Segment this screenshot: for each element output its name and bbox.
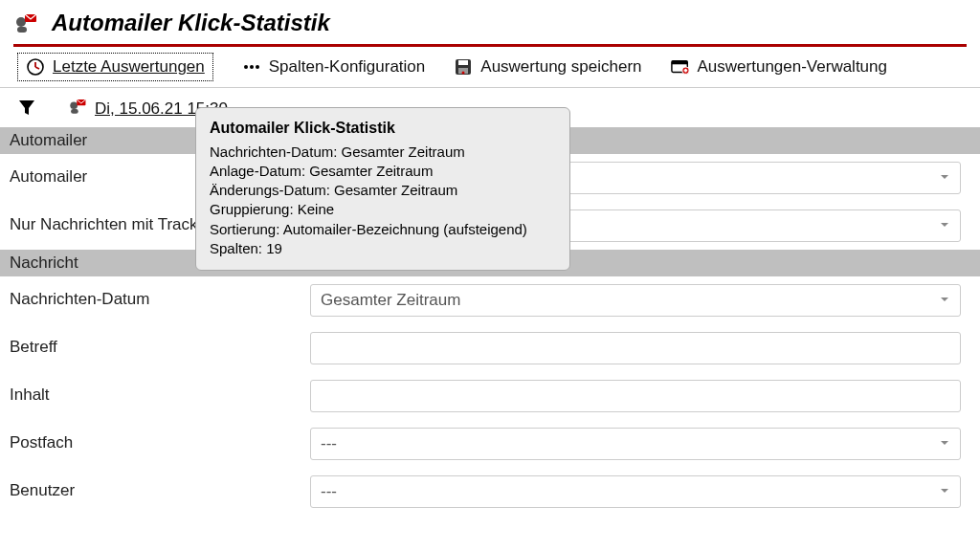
- row-user: Benutzer ---: [0, 468, 980, 516]
- mailbox-select[interactable]: ---: [310, 428, 961, 460]
- svg-point-18: [70, 101, 78, 109]
- save-report-button[interactable]: Auswertung speichern: [454, 57, 641, 77]
- row-subject: Betreff: [0, 324, 980, 372]
- content-input[interactable]: [321, 381, 950, 411]
- svg-rect-1: [17, 27, 27, 33]
- tooltip-line: Gruppierung: Keine: [210, 200, 556, 219]
- filter-row: Di, 15.06.21 15:30 Automailer Klick-Stat…: [0, 88, 980, 127]
- svg-point-0: [16, 17, 26, 27]
- page-title: Automailer Klick-Statistik: [52, 10, 330, 36]
- page-header: Automailer Klick-Statistik: [0, 0, 980, 44]
- user-label: Benutzer: [10, 475, 301, 500]
- date-label: Nachrichten-Datum: [10, 284, 301, 309]
- user-select[interactable]: ---: [310, 475, 961, 508]
- automailer-icon: [13, 11, 38, 35]
- subject-input-wrapper: [310, 332, 961, 364]
- tooltip-line: Sortierung: Automailer-Bezeichnung (aufs…: [210, 220, 556, 239]
- dots-icon: [242, 57, 261, 77]
- clock-icon: [26, 57, 45, 77]
- row-content: Inhalt: [0, 372, 980, 420]
- svg-point-8: [256, 65, 259, 69]
- reports-admin-label: Auswertungen-Verwaltung: [698, 57, 887, 77]
- row-mailbox: Postfach ---: [0, 420, 980, 468]
- user-select-value: ---: [321, 482, 337, 501]
- save-report-label: Auswertung speichern: [480, 57, 641, 77]
- chevron-down-icon: [939, 291, 950, 310]
- chevron-down-icon: [939, 482, 950, 501]
- last-reports-label: Letzte Auswertungen: [53, 57, 205, 77]
- date-select[interactable]: Gesamter Zeitraum: [310, 284, 961, 317]
- svg-rect-19: [71, 109, 78, 114]
- svg-point-6: [244, 65, 248, 69]
- svg-rect-14: [671, 61, 686, 65]
- columns-config-button[interactable]: Spalten-Konfiguration: [242, 57, 426, 77]
- subject-label: Betreff: [10, 332, 301, 357]
- svg-rect-17: [683, 70, 687, 72]
- history-tooltip: Automailer Klick-Statistik Nachrichten-D…: [195, 107, 570, 271]
- svg-point-12: [462, 72, 465, 75]
- last-reports-button[interactable]: Letzte Auswertungen: [17, 53, 213, 81]
- tooltip-line: Anlage-Datum: Gesamter Zeitraum: [210, 162, 556, 181]
- save-icon: [454, 57, 473, 77]
- tooltip-title: Automailer Klick-Statistik: [210, 118, 556, 139]
- tooltip-line: Spalten: 19: [210, 239, 556, 258]
- date-select-value: Gesamter Zeitraum: [321, 291, 460, 310]
- columns-config-label: Spalten-Konfiguration: [269, 57, 426, 77]
- toolbar: Letzte Auswertungen Spalten-Konfiguratio…: [0, 47, 980, 88]
- svg-point-7: [250, 65, 254, 69]
- tooltip-line: Nachrichten-Datum: Gesamter Zeitraum: [210, 143, 556, 162]
- row-date: Nachrichten-Datum Gesamter Zeitraum: [0, 276, 980, 324]
- content-label: Inhalt: [10, 380, 301, 405]
- content-input-wrapper: [310, 380, 961, 412]
- subject-input[interactable]: [321, 333, 950, 364]
- admin-icon: [671, 57, 690, 77]
- automailer-icon: [68, 97, 87, 121]
- svg-rect-10: [458, 60, 468, 65]
- reports-admin-button[interactable]: Auswertungen-Verwaltung: [671, 57, 887, 77]
- chevron-down-icon: [939, 434, 950, 453]
- chevron-down-icon: [939, 216, 950, 235]
- tooltip-line: Änderungs-Datum: Gesamter Zeitraum: [210, 181, 556, 200]
- svg-line-5: [35, 67, 39, 69]
- mailbox-select-value: ---: [321, 434, 337, 453]
- mailbox-label: Postfach: [10, 428, 301, 452]
- filter-icon[interactable]: [17, 98, 36, 117]
- chevron-down-icon: [939, 168, 950, 187]
